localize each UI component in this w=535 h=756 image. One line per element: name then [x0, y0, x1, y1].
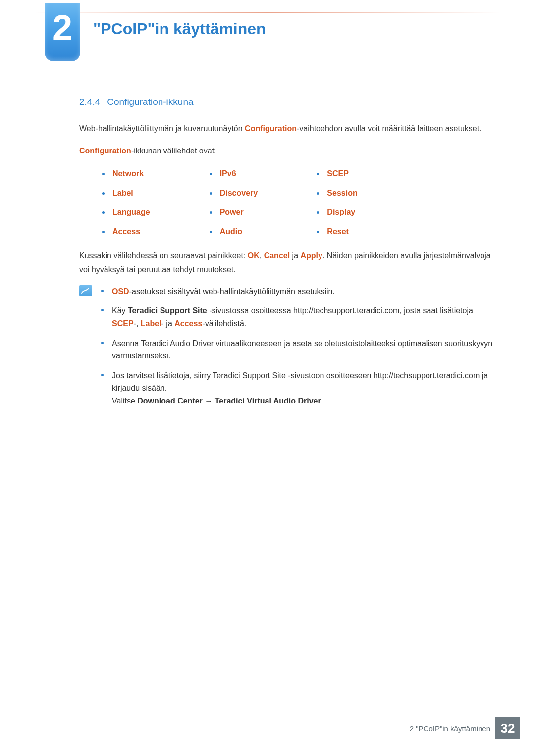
tab-network: Network	[102, 167, 205, 180]
btn-sep2: ja	[290, 252, 300, 260]
note2-d2: - ja	[161, 319, 175, 328]
note-item-support-site: Käy Teradici Support Site -sivustossa os…	[101, 304, 495, 330]
tabs-intro-highlight: Configuration	[79, 147, 131, 155]
tab-scep: SCEP	[317, 167, 419, 180]
tabs-grid: Network IPv6 SCEP Label Discovery Sessio…	[102, 167, 419, 239]
tab-label: SCEP	[327, 167, 349, 180]
note2-mid: -sivustossa osoitteessa http://techsuppo…	[207, 306, 473, 315]
tab-label: Audio	[220, 225, 242, 238]
note-icon	[79, 285, 92, 296]
tab-label: Label	[102, 186, 205, 200]
bullet-icon	[210, 173, 212, 175]
note2-access: Access	[174, 319, 202, 328]
note4-driver: Teradici Virtual Audio Driver	[215, 397, 321, 405]
note2-bold: Teradici Support Site	[128, 306, 207, 315]
section-number: 2.4.4	[79, 97, 100, 107]
note-item-osd: OSD-asetukset sisältyvät web-hallintakäy…	[101, 285, 495, 298]
bullet-icon	[102, 211, 105, 214]
tab-display: Display	[317, 205, 419, 219]
tab-discovery: Discovery	[210, 186, 312, 200]
buttons-paragraph: Kussakin välilehdessä on seuraavat paini…	[79, 249, 495, 276]
bullet-icon	[317, 231, 319, 233]
intro-paragraph: Web-hallintakäyttöliittymän ja kuvaruutu…	[79, 122, 495, 135]
note4-dot: .	[321, 397, 323, 405]
bullet-icon	[102, 192, 105, 195]
bullet-icon	[102, 173, 105, 175]
page-footer: 2 "PCoIP"in käyttäminen 32	[410, 717, 520, 739]
note-item-download: Jos tarvitset lisätietoja, siirry Teradi…	[101, 369, 495, 407]
page-content: 2.4.4Configuration-ikkuna Web-hallintakä…	[79, 94, 495, 414]
tab-label: IPv6	[220, 167, 236, 180]
chapter-title: "PCoIP"in käyttäminen	[93, 20, 266, 38]
tab-language: Language	[102, 205, 205, 219]
tab-label: Display	[327, 205, 355, 219]
tab-reset: Reset	[317, 225, 419, 238]
page-number: 32	[495, 717, 520, 739]
btn-apply: Apply	[300, 252, 322, 260]
bullet-icon	[210, 211, 212, 214]
tab-label: Access	[112, 225, 140, 238]
note1-post: -asetukset sisältyvät web-hallintakäyttö…	[129, 287, 335, 296]
note3-text: Asenna Teradici Audio Driver virtuaaliko…	[112, 339, 492, 360]
tab-label: Power	[220, 205, 244, 219]
note2-label: Label	[141, 319, 161, 328]
chapter-badge: 2	[45, 3, 80, 61]
note4-dc: Download Center	[137, 397, 203, 405]
chapter-number: 2	[53, 10, 72, 46]
tab-label: Discovery	[220, 186, 258, 200]
bullet-icon	[210, 192, 212, 195]
note2-scep: SCEP	[112, 319, 134, 328]
bullet-icon	[317, 173, 319, 175]
note2-post: -välilehdistä.	[202, 319, 246, 328]
bullet-icon	[317, 192, 319, 195]
btn-sep1: ,	[260, 252, 264, 260]
btn-pre: Kussakin välilehdessä on seuraavat paini…	[79, 252, 248, 260]
intro-post: -vaihtoehdon avulla voit määrittää laitt…	[297, 124, 482, 133]
tab-label: Language	[112, 205, 150, 219]
intro-highlight: Configuration	[245, 124, 297, 133]
bullet-icon	[102, 231, 105, 233]
arrow-icon: →	[203, 397, 215, 405]
section-title: Configuration-ikkuna	[107, 97, 193, 107]
btn-cancel: Cancel	[264, 252, 290, 260]
note-list: OSD-asetukset sisältyvät web-hallintakäy…	[101, 285, 495, 414]
note-block: OSD-asetukset sisältyvät web-hallintakäy…	[79, 285, 495, 414]
tab-power: Power	[210, 205, 312, 219]
tab-session: Session	[317, 186, 419, 200]
tabs-intro-post: -ikkunan välilehdet ovat:	[131, 147, 216, 155]
section-heading: 2.4.4Configuration-ikkuna	[79, 94, 495, 110]
tabs-intro: Configuration-ikkunan välilehdet ovat:	[79, 144, 495, 157]
tab-label: Reset	[327, 225, 349, 238]
tab-access: Access	[102, 225, 205, 238]
note2-pre: Käy	[112, 306, 128, 315]
note4-line1: Jos tarvitset lisätietoja, siirry Teradi…	[112, 371, 488, 393]
intro-pre: Web-hallintakäyttöliittymän ja kuvaruutu…	[79, 124, 245, 133]
footer-text: 2 "PCoIP"in käyttäminen	[410, 717, 490, 739]
btn-ok: OK	[248, 252, 260, 260]
tab-audio: Audio	[210, 225, 312, 238]
bullet-icon	[210, 231, 212, 233]
bullet-icon	[317, 211, 319, 214]
note-item-audio-driver: Asenna Teradici Audio Driver virtuaaliko…	[101, 337, 495, 362]
tab-ipv6: IPv6	[210, 167, 312, 180]
tab-label: Label	[112, 186, 133, 200]
note4-pre: Valitse	[112, 397, 137, 405]
header-rule	[35, 12, 500, 13]
tab-label: Session	[327, 186, 357, 200]
note1-hl: OSD	[112, 287, 129, 296]
tab-label: Network	[112, 167, 144, 180]
note2-d1: -,	[134, 319, 141, 328]
